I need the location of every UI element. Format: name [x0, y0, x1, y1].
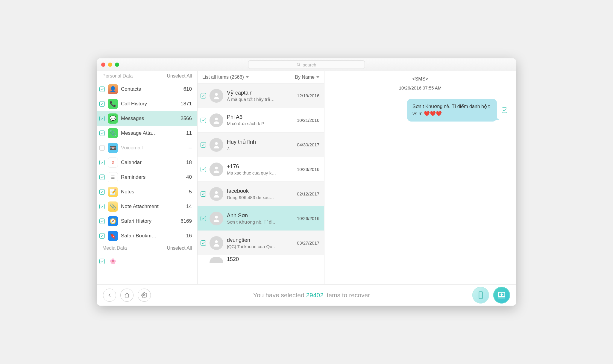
recover-to-device-button[interactable]: [472, 287, 489, 304]
svg-point-6: [215, 191, 218, 194]
list-item[interactable]: Huy thủ lĩnh .\. 04/30/2017: [198, 133, 324, 157]
sidebar-item-call-history[interactable]: 📞 Call History 1871: [97, 96, 197, 111]
checkbox[interactable]: [99, 204, 105, 209]
checkbox[interactable]: [99, 116, 105, 121]
sidebar-item-count: 11: [186, 130, 192, 136]
settings-button[interactable]: [138, 289, 151, 302]
section-title: Media Data: [102, 245, 127, 251]
list-item[interactable]: +176 Ma xac thuc cua quy k… 10/23/2016: [198, 157, 324, 182]
contact-name: Phi A6: [227, 114, 293, 120]
svg-point-8: [215, 240, 218, 243]
home-button[interactable]: [120, 289, 133, 302]
checkbox[interactable]: [201, 93, 206, 98]
sidebar-section-personal: Personal Data Unselect All: [97, 71, 197, 82]
message-preview: M có đưa sách k P: [227, 121, 293, 126]
avatar: [210, 113, 223, 127]
checkbox[interactable]: [201, 142, 206, 148]
list-filter-dropdown[interactable]: List all items (2566): [202, 75, 249, 80]
message-bubble-row: Sơn t Khương nè. Tí điểm danh hộ t vs m …: [331, 99, 509, 122]
message-preview: [QC] Tai khoan cua Qu…: [227, 244, 293, 249]
photos-icon: 🌸: [108, 256, 118, 266]
message-list[interactable]: Vỹ captain À mà qua tết t hãy trả… 12/19…: [198, 84, 324, 284]
search-input[interactable]: search: [248, 60, 365, 69]
message-date: 02/12/2017: [297, 191, 319, 196]
avatar: [210, 236, 223, 250]
checkbox[interactable]: [99, 101, 105, 107]
avatar: [210, 257, 223, 263]
checkbox[interactable]: [99, 160, 105, 165]
selected-count: 29402: [306, 292, 324, 298]
checkbox[interactable]: [201, 216, 206, 221]
footer-bar: You have selected 29402 items to recover: [97, 284, 516, 306]
sidebar-item-count: 610: [183, 86, 192, 92]
sidebar-item-messages[interactable]: 💬 Messages 2566: [97, 111, 197, 126]
sidebar-item-voicemail[interactable]: 📼 Voicemail --: [97, 140, 197, 155]
checkbox[interactable]: [99, 87, 105, 92]
list-item[interactable]: Phi A6 M có đưa sách k P 10/21/2016: [198, 108, 324, 133]
message-preview: Ma xac thuc cua quy k…: [227, 170, 293, 175]
list-item[interactable]: facebook Dung 906 483 de xac… 02/12/2017: [198, 182, 324, 206]
calendar-icon: 3: [108, 157, 118, 168]
minimize-window-button[interactable]: [108, 63, 112, 67]
checkbox[interactable]: [99, 175, 105, 180]
sidebar-item-safari-bookmarks[interactable]: 🔖 Safari Bookm… 16: [97, 228, 197, 243]
checkbox[interactable]: [201, 240, 206, 246]
list-header: List all items (2566) By Name: [198, 71, 324, 84]
sort-label: By Name: [295, 75, 315, 80]
sidebar-item-notes[interactable]: 📝 Notes 5: [97, 184, 197, 199]
sidebar-item-label: Safari History: [121, 218, 177, 224]
svg-point-2: [215, 93, 218, 95]
sidebar-item-count: 16: [186, 233, 192, 239]
recover-to-computer-button[interactable]: [493, 287, 510, 304]
search-placeholder: search: [303, 62, 316, 67]
sidebar-item-label: Contacts: [121, 86, 180, 92]
checkbox[interactable]: [99, 145, 105, 151]
list-item[interactable]: dvungtien [QC] Tai khoan cua Qu… 03/27/2…: [198, 231, 324, 255]
checkbox[interactable]: [99, 219, 105, 224]
contacts-icon: 👤: [108, 84, 118, 94]
message-timestamp: 10/26/2016 07:55 AM: [399, 85, 442, 90]
checkbox[interactable]: [502, 107, 507, 113]
sidebar-item-label: Message Atta…: [121, 130, 183, 136]
list-filter-label: List all items (2566): [202, 75, 244, 80]
checkbox[interactable]: [201, 118, 206, 123]
sidebar-item-message-attachments[interactable]: 📎 Message Atta… 11: [97, 126, 197, 140]
sidebar-item-safari-history[interactable]: 🧭 Safari History 6169: [97, 214, 197, 228]
sidebar-item-contacts[interactable]: 👤 Contacts 610: [97, 82, 197, 96]
sidebar-item-note-attachment[interactable]: 📎 Note Attachment 14: [97, 199, 197, 214]
sidebar-item-count: 2566: [180, 116, 192, 122]
back-button[interactable]: [103, 289, 116, 302]
sidebar-item-count: 1871: [180, 101, 192, 107]
list-item[interactable]: Vỹ captain À mà qua tết t hãy trả… 12/19…: [198, 84, 324, 108]
footer-post: items to recover: [324, 292, 370, 298]
checkbox[interactable]: [99, 131, 105, 136]
avatar: [210, 89, 223, 103]
list-item[interactable]: Anh Sơn Sơn t Khương nè. Tí đi… 10/26/20…: [198, 206, 324, 231]
message-date: 12/19/2016: [297, 93, 319, 98]
svg-point-3: [215, 117, 218, 120]
sidebar-item-media-partial[interactable]: 🌸: [97, 254, 197, 269]
message-bubble: Sơn t Khương nè. Tí điểm danh hộ t vs m …: [407, 99, 497, 122]
sidebar-item-count: --: [189, 145, 192, 151]
message-date: 10/23/2016: [297, 167, 319, 172]
close-window-button[interactable]: [101, 63, 105, 67]
search-icon: [297, 63, 301, 67]
checkbox[interactable]: [99, 233, 105, 239]
avatar: [210, 138, 223, 152]
maximize-window-button[interactable]: [115, 63, 119, 67]
checkbox[interactable]: [99, 189, 105, 195]
checkbox[interactable]: [99, 259, 105, 264]
checkbox[interactable]: [201, 167, 206, 172]
checkbox[interactable]: [201, 191, 206, 197]
sidebar-item-count: 5: [189, 189, 192, 195]
unselect-all-button[interactable]: Unselect All: [167, 73, 192, 79]
contact-name: Vỹ captain: [227, 90, 293, 96]
sidebar-item-calendar[interactable]: 3 Calendar 18: [97, 155, 197, 170]
sort-dropdown[interactable]: By Name: [295, 75, 319, 80]
unselect-all-button[interactable]: Unselect All: [167, 245, 192, 251]
contact-name: facebook: [227, 188, 293, 194]
sidebar-item-label: Calendar: [121, 160, 183, 166]
sidebar-item-reminders[interactable]: ☰ Reminders 40: [97, 170, 197, 184]
list-item[interactable]: 1520: [198, 255, 324, 264]
svg-point-4: [215, 142, 218, 145]
